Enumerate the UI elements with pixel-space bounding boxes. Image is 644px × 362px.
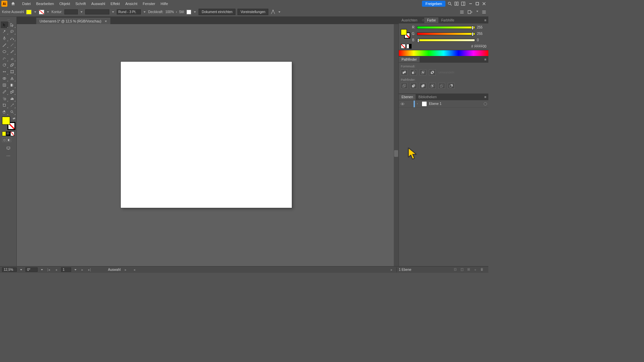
make-clipping-mask-icon[interactable]: ◫ [460,267,464,272]
tab-farbe[interactable]: Farbe [424,17,438,23]
menu-fenster[interactable]: Fenster [140,2,158,6]
hex-value[interactable]: FFFF00 [474,45,486,48]
panel-fill-box[interactable] [401,29,407,35]
deckkraft-arrow[interactable]: › [176,10,177,14]
new-layer-icon[interactable]: ＋ [473,267,478,272]
layer-expand-toggle[interactable]: › [417,102,420,105]
tab-farbhilfe[interactable]: Farbhilfe [438,17,457,23]
prev-artboard-button[interactable]: ◂ [54,268,58,272]
paintbrush-tool[interactable] [8,48,16,55]
fill-stroke-indicator[interactable]: ⇄ [2,117,15,130]
variable-width-profile-input[interactable] [85,9,109,14]
magic-wand-tool[interactable] [1,28,8,35]
width-tool[interactable] [1,68,8,75]
edit-toolbar-button[interactable]: ⋯ [6,154,10,158]
free-transform-tool[interactable] [8,68,16,75]
share-button[interactable]: Freigeben [422,1,445,7]
spectrum-bar[interactable] [399,50,488,56]
control-panel-menu-icon[interactable] [460,10,464,14]
vertical-scrollbar[interactable] [394,24,398,266]
intersect-button[interactable] [420,69,426,75]
tab-ausrichten[interactable]: Ausrichten [399,17,420,23]
rectangle-tool[interactable] [1,42,8,48]
artboard-number-input[interactable] [61,267,71,272]
tab-ebenen[interactable]: Ebenen [399,94,416,100]
g-slider[interactable] [417,33,475,35]
layers-menu-icon[interactable]: ≡ [482,95,488,99]
artboard[interactable] [121,62,292,208]
search-icon[interactable] [447,1,452,6]
graphic-style-swatch[interactable] [186,10,191,14]
eraser-tool[interactable] [8,55,16,62]
stroke-weight-input[interactable] [64,9,78,14]
menu-schrift[interactable]: Schrift [73,2,89,6]
align-to-icon[interactable] [270,9,276,15]
bw-swatch[interactable] [407,44,412,49]
stroke-swatch[interactable] [39,10,44,14]
minimize-button[interactable] [468,1,474,6]
last-artboard-button[interactable]: ▸| [87,268,92,272]
outline-button[interactable] [438,83,445,89]
color-mode-button[interactable] [2,131,6,136]
menu-objekt[interactable]: Objekt [57,2,73,6]
zoom-tool[interactable] [8,109,16,115]
column-graph-tool[interactable] [8,95,16,102]
layer-thumbnail[interactable] [422,101,427,107]
trim-button[interactable] [410,83,417,89]
toolbar-grip[interactable] [1,18,16,21]
layer-target-icon[interactable] [484,102,487,106]
eyedropper-tool[interactable] [1,88,8,95]
layer-row[interactable]: › Ebene 1 [399,100,488,108]
rotation-input[interactable] [25,267,38,272]
variable-width-dropdown[interactable] [111,10,115,14]
divide-button[interactable] [401,83,408,89]
workspace-icon[interactable] [461,1,466,6]
stroke-weight-dropdown[interactable] [80,10,83,14]
panel-fill-stroke[interactable] [401,29,410,39]
document-tab[interactable]: Unbenannt-1* @ 12,5 % (RGB/Vorschau) × [36,18,110,24]
minus-front-button[interactable] [410,69,417,75]
rotation-dropdown[interactable] [40,268,44,272]
tab-pathfinder[interactable]: Pathfinder [399,57,420,62]
blend-tool[interactable] [8,88,16,95]
merge-button[interactable] [420,83,426,89]
symbol-sprayer-tool[interactable] [1,95,8,102]
fill-dropdown[interactable] [34,10,37,14]
control-panel-flyout-icon[interactable] [467,10,473,14]
close-button[interactable] [481,1,487,6]
maximize-button[interactable] [474,1,480,6]
canvas[interactable] [17,24,398,266]
direct-selection-tool[interactable] [8,21,16,28]
menu-bearbeiten[interactable]: Bearbeiten [34,2,57,6]
pathfinder-menu-icon[interactable]: ≡ [482,58,488,61]
home-icon[interactable] [10,1,16,7]
b-slider[interactable] [417,39,475,42]
fill-color-box[interactable] [2,117,10,125]
locate-object-icon[interactable]: ⊡ [453,267,458,272]
hand-tool[interactable] [1,109,8,115]
b-value[interactable]: 0 [477,38,486,42]
ellipse-tool[interactable] [1,48,8,55]
document-setup-button[interactable]: Dokument einrichten [199,9,235,15]
menu-datei[interactable]: Datei [19,2,34,6]
visibility-icon[interactable] [400,102,405,106]
slice-tool[interactable] [8,102,16,109]
vertical-scrollbar-thumb[interactable] [394,150,398,157]
selection-tool[interactable] [1,21,8,28]
draw-normal-button[interactable]: ◻ [2,137,7,142]
menu-hilfe[interactable]: Hilfe [158,2,171,6]
align-to-dropdown[interactable] [278,10,281,14]
line-segment-tool[interactable] [8,42,16,48]
minus-back-button[interactable] [448,83,454,89]
brush-definition-input[interactable] [117,9,141,14]
stroke-dropdown[interactable] [46,10,50,14]
r-value[interactable]: 255 [477,25,486,29]
preferences-button[interactable]: Voreinstellungen [237,9,268,15]
rotate-tool[interactable] [1,62,8,68]
next-artboard-button[interactable]: ▸ [80,268,85,272]
brush-definition-dropdown[interactable] [143,10,146,14]
graphic-style-dropdown[interactable] [193,10,197,14]
shaper-tool[interactable] [1,55,8,62]
control-panel-options-icon[interactable] [482,10,486,14]
shape-builder-tool[interactable] [1,75,8,82]
